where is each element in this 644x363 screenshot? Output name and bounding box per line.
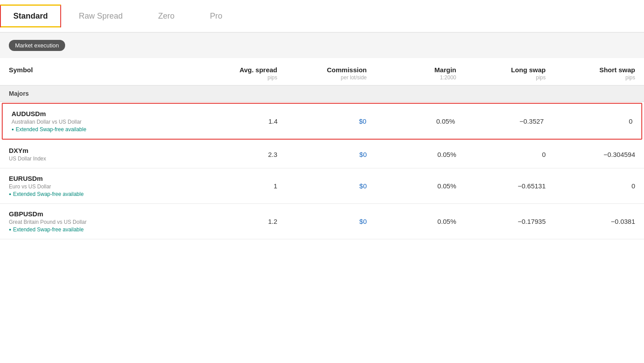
margin-cell: 0.05%	[367, 151, 456, 158]
commission-cell: $0	[278, 117, 366, 125]
symbol-col-0: AUDUSDmAustralian Dollar vs US DollarExt…	[12, 110, 189, 133]
long-swap-cell: 0	[456, 151, 546, 158]
col-title-4: Long swap	[511, 66, 546, 74]
symbol-description: US Dollar Index	[9, 156, 188, 162]
col-header-commission: Commissionper lot/side	[277, 66, 367, 81]
long-swap-cell: −0.3527	[455, 117, 543, 125]
swap-free-label[interactable]: Extended Swap-free available	[9, 226, 188, 233]
symbol-description: Great Britain Pound vs US Dollar	[9, 219, 188, 225]
table-row: EURUSDmEuro vs US DollarExtended Swap-fr…	[0, 168, 644, 204]
col-header-long-swap: Long swappips	[456, 66, 546, 81]
table-header: SymbolAvg. spreadpipsCommissionper lot/s…	[0, 58, 644, 86]
tab-pro[interactable]: Pro	[192, 0, 240, 32]
col-sub-4: pips	[536, 74, 546, 81]
col-header-avg--spread: Avg. spreadpips	[188, 66, 277, 81]
long-swap-cell: −0.65131	[456, 182, 546, 190]
commission-cell: $0	[277, 151, 367, 158]
symbol-description: Euro vs US Dollar	[9, 183, 188, 190]
col-title-3: Margin	[435, 66, 456, 74]
symbol-col-3: GBPUSDmGreat Britain Pound vs US DollarE…	[9, 210, 188, 233]
symbol-description: Australian Dollar vs US Dollar	[12, 119, 189, 125]
long-swap-cell: −0.17935	[456, 218, 546, 225]
tab-raw-spread[interactable]: Raw Spread	[61, 0, 140, 32]
symbol-col-1: DXYmUS Dollar Index	[9, 147, 188, 162]
market-execution-badge: Market execution	[9, 40, 65, 51]
col-title-1: Avg. spread	[240, 66, 277, 74]
short-swap-cell: 0	[546, 182, 635, 190]
col-header-margin: Margin1:2000	[367, 66, 456, 81]
commission-cell: $0	[277, 182, 367, 190]
short-swap-cell: −0.0381	[546, 218, 635, 225]
short-swap-cell: 0	[544, 117, 632, 125]
col-sub-2: per lot/side	[341, 74, 367, 81]
table-row: GBPUSDmGreat Britain Pound vs US DollarE…	[0, 204, 644, 239]
symbol-col-2: EURUSDmEuro vs US DollarExtended Swap-fr…	[9, 175, 188, 197]
symbol-name: EURUSDm	[9, 175, 188, 182]
margin-cell: 0.05%	[366, 117, 455, 125]
margin-cell: 0.05%	[367, 182, 456, 190]
avg-spread-cell: 1.4	[189, 117, 278, 125]
tab-zero[interactable]: Zero	[140, 0, 192, 32]
avg-spread-cell: 1	[188, 182, 277, 190]
margin-cell: 0.05%	[367, 218, 456, 225]
col-sub-1: pips	[268, 74, 277, 81]
avg-spread-cell: 1.2	[188, 218, 277, 225]
symbol-name: AUDUSDm	[12, 110, 189, 117]
rows-container: AUDUSDmAustralian Dollar vs US DollarExt…	[0, 103, 644, 239]
short-swap-cell: −0.304594	[546, 151, 635, 158]
tab-standard[interactable]: Standard	[0, 4, 61, 27]
col-sub-5: pips	[625, 74, 635, 81]
col-header-short-swap: Short swappips	[546, 66, 635, 81]
col-title-5: Short swap	[599, 66, 635, 74]
commission-cell: $0	[277, 218, 367, 225]
col-title-2: Commission	[327, 66, 367, 74]
execution-bar: Market execution	[0, 33, 644, 58]
symbol-name: DXYm	[9, 147, 188, 154]
section-header-majors: Majors	[0, 86, 644, 102]
symbol-name: GBPUSDm	[9, 210, 188, 218]
col-title-0: Symbol	[9, 66, 33, 74]
col-sub-3: 1:2000	[440, 74, 456, 81]
table-row: DXYmUS Dollar Index2.3$00.05%0−0.304594	[0, 141, 644, 168]
col-header-symbol: Symbol	[9, 66, 188, 81]
table-row: AUDUSDmAustralian Dollar vs US DollarExt…	[2, 103, 642, 140]
tabs-bar: StandardRaw SpreadZeroPro	[0, 0, 644, 33]
swap-free-label[interactable]: Extended Swap-free available	[12, 126, 189, 133]
avg-spread-cell: 2.3	[188, 151, 277, 158]
swap-free-label[interactable]: Extended Swap-free available	[9, 191, 188, 197]
